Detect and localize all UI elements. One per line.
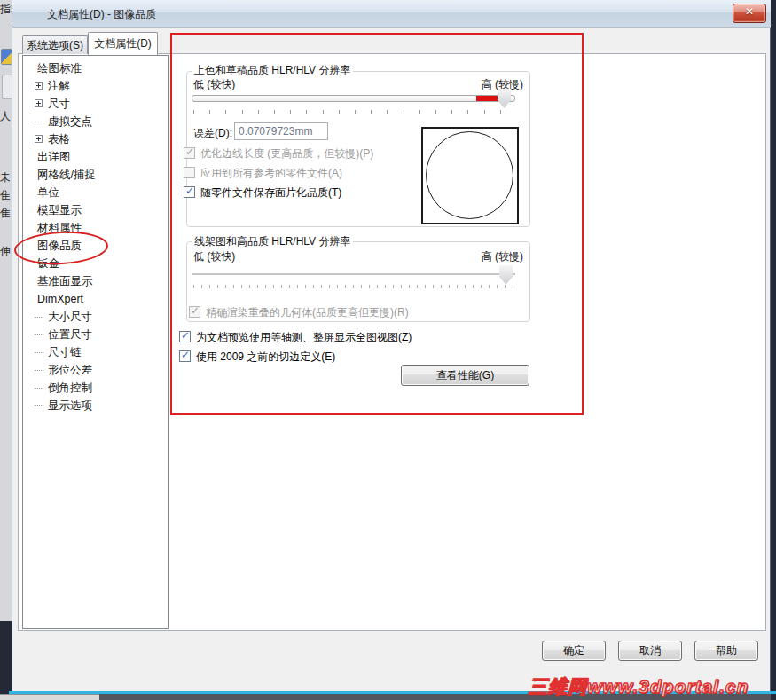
tree-connector — [35, 122, 43, 122]
slider-low-label: 低 (较快) — [193, 249, 235, 264]
title-bar[interactable]: 文档属性(D) - 图像品质 — [12, 0, 771, 28]
tree-item-model-display[interactable]: 模型显示 — [23, 201, 168, 219]
slider-tick-marks — [193, 110, 514, 114]
optimize-edge-checkbox[interactable]: ✓ — [184, 147, 195, 159]
tree-item-sheet-metal[interactable]: 钣金 — [23, 255, 168, 272]
background-text-fragment: 隹 — [0, 188, 11, 203]
isometric-preview-label: 为文档预览使用等轴测、整屏显示全图视图(Z) — [196, 330, 412, 345]
check-icon: ✓ — [191, 304, 200, 317]
save-tessellation-label: 随零件文件保存面片化品质(T) — [200, 185, 341, 201]
shaded-quality-group-title: 上色和草稿品质 HLR/HLV 分辨率 — [192, 63, 353, 78]
tree-item-grid-snap[interactable]: 网格线/捕捉 — [23, 166, 168, 184]
background-bottom-left — [0, 694, 99, 700]
precise-render-label: 精确渲染重叠的几何体(品质更高但更慢)(R) — [206, 305, 409, 320]
tree-item-chain-dimension[interactable]: 尺寸链 — [23, 343, 168, 361]
apply-all-checkbox[interactable] — [184, 167, 195, 178]
tree-connector — [35, 334, 43, 335]
tree-item-detailing[interactable]: 出详图 — [23, 148, 168, 166]
tree-item-material-properties[interactable]: 材料属性 — [23, 219, 168, 237]
slider-tick-marks — [193, 285, 514, 288]
shaded-resolution-slider[interactable] — [192, 95, 515, 102]
tree-item-dimensions[interactable]: 尺寸 — [23, 95, 168, 113]
tab-system-options[interactable]: 系统选项(S) — [22, 35, 88, 54]
expand-plus-icon[interactable] — [35, 82, 43, 90]
precise-render-checkbox[interactable]: ✓ — [189, 306, 200, 318]
check-icon: ✓ — [181, 329, 190, 342]
pre2009-tangent-checkbox[interactable]: ✓ — [179, 350, 191, 362]
tree-connector — [35, 405, 43, 406]
tree-connector — [35, 352, 43, 353]
save-tessellation-checkbox[interactable]: ✓ — [184, 186, 195, 198]
tree-item-drafting-standard[interactable]: 绘图标准 — [23, 59, 168, 77]
screenshot-root: 指轮 人 未 隹 隹 伸 文档属性(D) - 图像品质 ✕ 系统选项(S) 文档… — [0, 0, 776, 700]
watermark-text: 三维网www.3dportal.cn — [529, 674, 749, 699]
cancel-button[interactable]: 取消 — [618, 641, 682, 661]
view-performance-button[interactable]: 查看性能(G) — [401, 365, 529, 386]
tree-item-image-quality[interactable]: 图像品质 — [23, 237, 168, 255]
tree-connector — [35, 370, 43, 371]
background-text-fragment: 指轮 — [0, 2, 12, 17]
wireframe-resolution-slider[interactable] — [192, 273, 515, 276]
settings-tree: 绘图标准 注解 尺寸 虚拟交点 表格 出详图 网格线/捕捉 单位 模型显示 材料… — [22, 55, 169, 629]
close-icon: ✕ — [733, 5, 765, 18]
background-text-fragment: 人 — [0, 109, 11, 124]
check-icon: ✓ — [181, 349, 190, 361]
apply-all-label: 应用到所有参考的零件文件(A) — [200, 166, 342, 181]
background-text-fragment: 伸 — [0, 244, 11, 259]
background-text-fragment: 隹 — [0, 206, 11, 221]
tree-item-chamfer-controls[interactable]: 倒角控制 — [23, 379, 168, 397]
expand-plus-icon[interactable] — [35, 99, 43, 107]
slider-low-label: 低 (较快) — [193, 77, 235, 92]
tree-item-virtual-sharps[interactable]: 虚拟交点 — [23, 113, 168, 130]
dialog-title: 文档属性(D) - 图像品质 — [47, 7, 156, 22]
isometric-preview-checkbox[interactable]: ✓ — [179, 331, 191, 342]
tree-item-annotations[interactable]: 注解 — [23, 77, 168, 95]
tree-item-tables[interactable]: 表格 — [23, 130, 168, 148]
preview-circle — [426, 131, 513, 219]
pre2009-tangent-label: 使用 2009 之前的切边定义(E) — [196, 350, 335, 365]
deviation-input[interactable] — [234, 122, 328, 140]
background-viewport-fragment — [0, 621, 12, 700]
tree-item-dimxpert[interactable]: DimXpert — [23, 290, 168, 308]
check-icon: ✓ — [185, 185, 194, 197]
help-button[interactable]: 帮助 — [694, 641, 758, 661]
close-button[interactable]: ✕ — [733, 4, 766, 23]
tree-connector — [35, 317, 43, 318]
check-icon: ✓ — [185, 146, 194, 158]
tree-item-display-options[interactable]: 显示选项 — [23, 397, 168, 414]
ok-button[interactable]: 确定 — [542, 641, 606, 661]
tree-item-location-dimension[interactable]: 位置尺寸 — [23, 326, 168, 343]
tree-item-size-dimension[interactable]: 大小尺寸 — [23, 308, 168, 326]
tree-item-plane-display[interactable]: 基准面显示 — [23, 272, 168, 290]
slider-high-label: 高 (较慢) — [443, 249, 523, 264]
optimize-edge-label: 优化边线长度 (更高品质，但较慢)(P) — [200, 146, 373, 161]
background-right-edge — [771, 0, 776, 700]
wireframe-quality-group-title: 线架图和高品质 HLR/HLV 分辨率 — [192, 234, 353, 249]
slider-high-label: 高 (较慢) — [443, 77, 523, 92]
background-text-fragment: 未 — [0, 170, 11, 185]
tree-connector — [35, 388, 43, 389]
quality-preview-box — [421, 127, 519, 224]
tab-document-properties[interactable]: 文档属性(D) — [88, 32, 158, 55]
tree-item-units[interactable]: 单位 — [23, 184, 168, 201]
tree-item-geometric-tolerance[interactable]: 形位公差 — [23, 361, 168, 379]
expand-plus-icon[interactable] — [35, 135, 43, 143]
background-app-strip: 指轮 人 未 隹 隹 伸 — [0, 0, 12, 700]
deviation-label: 误差(D): — [193, 126, 232, 141]
